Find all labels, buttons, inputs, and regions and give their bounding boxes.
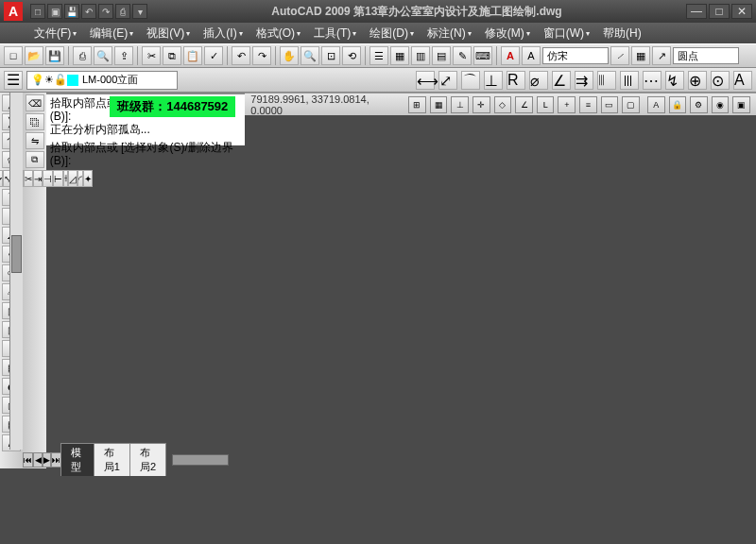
tab-layout1[interactable]: 布局1 xyxy=(94,443,130,476)
new-button[interactable]: □ xyxy=(4,46,23,65)
new-icon[interactable]: □ xyxy=(30,4,45,19)
dim-continue-button[interactable]: ⫼ xyxy=(620,71,639,90)
dim-ord-button[interactable]: ⊥ xyxy=(484,71,503,90)
menu-insert[interactable]: 插入(I)▾ xyxy=(198,24,248,43)
lwt-toggle[interactable]: ≡ xyxy=(579,96,597,113)
save-button[interactable]: 💾 xyxy=(45,46,64,65)
tolerance-button[interactable]: ⊕ xyxy=(688,71,707,90)
tab-model[interactable]: 模型 xyxy=(60,443,94,476)
dim-quick-button[interactable]: ⇉ xyxy=(575,71,593,90)
quickcalc-button[interactable]: ⌨ xyxy=(473,46,492,65)
menu-view[interactable]: 视图(V)▾ xyxy=(141,24,196,43)
layer-dropdown[interactable]: 💡 ☀ 🔓 LM-000立面 xyxy=(26,71,178,90)
copy-tool[interactable]: ⿻ xyxy=(26,113,44,130)
match-button[interactable]: ✓ xyxy=(204,46,223,65)
undo-icon[interactable]: ↶ xyxy=(81,4,96,19)
vertical-scrollbar[interactable] xyxy=(9,93,23,450)
tablestyle-button[interactable]: ▦ xyxy=(631,46,650,65)
menu-tools[interactable]: 工具(T)▾ xyxy=(308,24,362,43)
dim-aligned-button[interactable]: ⤢ xyxy=(438,71,457,90)
menu-format[interactable]: 格式(O)▾ xyxy=(250,24,306,43)
cut-button[interactable]: ✂ xyxy=(142,46,161,65)
hardware-toggle[interactable]: ⚙ xyxy=(690,96,708,113)
close-button[interactable]: ✕ xyxy=(731,4,752,19)
lock-toggle[interactable]: 🔒 xyxy=(669,96,687,113)
zoom-window-button[interactable]: ⊡ xyxy=(321,46,340,65)
menu-file[interactable]: 文件(F)▾ xyxy=(28,24,82,43)
osnap-toggle[interactable]: ◇ xyxy=(494,96,512,113)
redo-button[interactable]: ↷ xyxy=(252,46,271,65)
app-menu-icon[interactable]: A xyxy=(4,2,23,21)
open-button[interactable]: 📂 xyxy=(25,46,43,65)
break-tool[interactable]: ⊢ xyxy=(53,170,63,187)
save-icon[interactable]: 💾 xyxy=(64,4,79,19)
dimstyle2-button[interactable]: A xyxy=(733,71,752,90)
dim-radius-button[interactable]: R xyxy=(507,71,525,90)
tab-first[interactable]: ⏮ xyxy=(23,452,33,468)
dim-baseline-button[interactable]: ⫴ xyxy=(597,71,616,90)
dimstyle-button[interactable]: ⟋ xyxy=(610,46,629,65)
dim-linear-button[interactable]: ⟷ xyxy=(416,71,435,90)
dim-space-button[interactable]: ⋯ xyxy=(643,71,662,90)
chamfer-tool[interactable]: ◿ xyxy=(68,170,77,187)
textstyle-dropdown[interactable] xyxy=(542,47,609,64)
copy-button[interactable]: ⧉ xyxy=(163,46,181,65)
model-toggle[interactable]: ▢ xyxy=(622,96,640,113)
snap-toggle[interactable]: ⊞ xyxy=(408,96,426,113)
center-mark-button[interactable]: ⊙ xyxy=(711,71,730,90)
clean-toggle[interactable]: ▣ xyxy=(732,96,750,113)
ducs-toggle[interactable]: L xyxy=(537,96,555,113)
qp-toggle[interactable]: ▭ xyxy=(601,96,619,113)
grid-toggle[interactable]: ▦ xyxy=(430,96,448,113)
preview-button[interactable]: 🔍 xyxy=(94,46,112,65)
print-icon[interactable]: ⎙ xyxy=(115,4,130,19)
menu-modify[interactable]: 修改(M)▾ xyxy=(479,24,536,43)
dc-button[interactable]: ▦ xyxy=(390,46,409,65)
annoscale-toggle[interactable]: A xyxy=(647,96,665,113)
menu-edit[interactable]: 编辑(E)▾ xyxy=(84,24,139,43)
tab-prev[interactable]: ◀ xyxy=(33,452,42,468)
explode-tool[interactable]: ✦ xyxy=(83,170,93,187)
mirror-tool[interactable]: ⇋ xyxy=(26,132,44,149)
maximize-button[interactable]: □ xyxy=(709,4,730,19)
dyn-toggle[interactable]: + xyxy=(558,96,576,113)
annostyle-dropdown[interactable] xyxy=(673,47,739,64)
pan-button[interactable]: ✋ xyxy=(280,46,299,65)
menu-window[interactable]: 窗口(W)▾ xyxy=(538,24,595,43)
command-line[interactable]: 拾取内部点或 [选择对象(S)/删除边界(B)]: 正在分析内部孤岛... 拾取… xyxy=(46,93,246,145)
redo-icon[interactable]: ↷ xyxy=(98,4,113,19)
print-button[interactable]: ⎙ xyxy=(73,46,92,65)
dim-dia-button[interactable]: ⌀ xyxy=(529,71,548,90)
offset-tool[interactable]: ⧉ xyxy=(26,151,44,168)
minimize-button[interactable]: — xyxy=(686,4,707,19)
otrack-toggle[interactable]: ∠ xyxy=(515,96,533,113)
style-a-button[interactable]: A xyxy=(522,46,541,65)
menu-help[interactable]: 帮助(H) xyxy=(597,24,647,43)
tab-next[interactable]: ▶ xyxy=(43,452,51,468)
tool-palette-button[interactable]: ▥ xyxy=(411,46,430,65)
dim-ang-button[interactable]: ∠ xyxy=(552,71,571,90)
markup-button[interactable]: ✎ xyxy=(453,46,472,65)
isolate-toggle[interactable]: ◉ xyxy=(712,96,730,113)
publish-button[interactable]: ⇪ xyxy=(114,46,133,65)
mleader-button[interactable]: ↗ xyxy=(652,46,671,65)
open-icon[interactable]: ▣ xyxy=(47,4,62,19)
polar-toggle[interactable]: ✛ xyxy=(472,96,490,113)
zoom-prev-button[interactable]: ⟲ xyxy=(342,46,361,65)
erase-tool[interactable]: ⌫ xyxy=(26,94,44,111)
menu-draw[interactable]: 绘图(D)▾ xyxy=(364,24,420,43)
layer-props-button[interactable]: ☰ xyxy=(4,71,23,90)
menu-dimension[interactable]: 标注(N)▾ xyxy=(421,24,477,43)
extend-tool[interactable]: ⇥ xyxy=(33,170,43,187)
ortho-toggle[interactable]: ⊥ xyxy=(451,96,469,113)
properties-button[interactable]: ☰ xyxy=(369,46,388,65)
dim-arc-button[interactable]: ⌒ xyxy=(461,71,480,90)
array-tool[interactable]: ⊞ ✥ ⟳ ⤡ ↔ ✂ ⇥ ⊣ ⊢ ⫲ ◿ ◜ ✦ xyxy=(26,170,44,187)
tab-layout2[interactable]: 布局2 xyxy=(129,443,166,476)
zoom-button[interactable]: 🔍 xyxy=(301,46,319,65)
qat-dropdown-icon[interactable]: ▾ xyxy=(132,4,147,19)
paste-button[interactable]: 📋 xyxy=(183,46,202,65)
trim-tool[interactable]: ✂ xyxy=(24,170,33,187)
ssm-button[interactable]: ▤ xyxy=(432,46,451,65)
break-at-tool[interactable]: ⊣ xyxy=(43,170,53,187)
